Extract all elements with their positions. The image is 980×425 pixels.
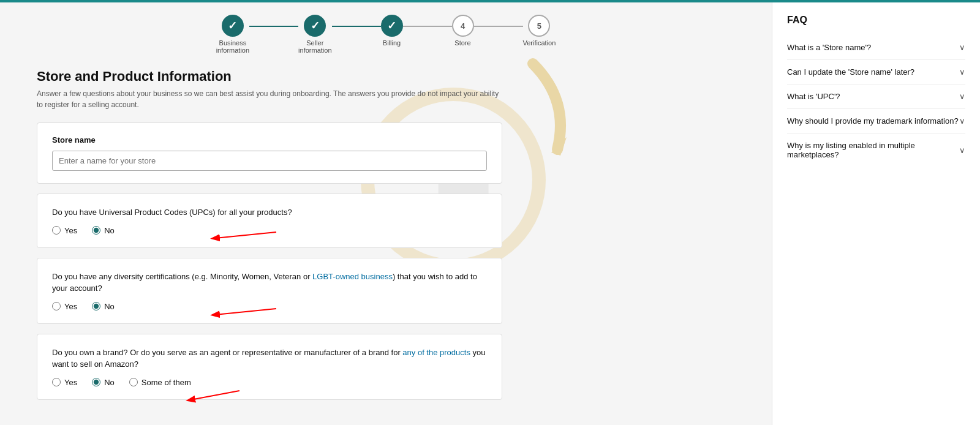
- radio-label-no-2: No: [104, 302, 115, 311]
- faq-item-0[interactable]: What is a 'Store name'? ∨: [787, 36, 965, 60]
- step-circle-1: ✓: [222, 15, 244, 37]
- step-label-4: Store: [454, 39, 470, 47]
- radio-no-3[interactable]: No: [92, 378, 115, 387]
- radio-input-yes-3[interactable]: [52, 378, 61, 386]
- radio-input-yes-2[interactable]: [52, 302, 61, 310]
- radio-label-no-1: No: [104, 226, 115, 235]
- radio-group-3: Yes No Some of them: [52, 378, 487, 387]
- radio-label-some-3: Some of them: [141, 378, 191, 387]
- step-seller-information: ✓ Sellerinformation: [298, 15, 331, 54]
- radio-some-3[interactable]: Some of them: [129, 378, 191, 387]
- step-business-information: ✓ Businessinformation: [216, 15, 249, 54]
- faq-item-text-1: Can I update the 'Store name' later?: [787, 67, 914, 77]
- step-circle-4: 4: [452, 15, 474, 37]
- radio-no-2[interactable]: No: [92, 302, 115, 311]
- question-text-1: Do you have Universal Product Codes (UPC…: [52, 206, 487, 219]
- step-store: 4 Store: [452, 15, 474, 47]
- faq-sidebar: FAQ What is a 'Store name'? ∨ Can I upda…: [772, 2, 980, 425]
- faq-item-text-4: Why is my listing enabled in multiple ma…: [787, 141, 959, 159]
- faq-item-1[interactable]: Can I update the 'Store name' later? ∨: [787, 60, 965, 85]
- radio-yes-1[interactable]: Yes: [52, 226, 77, 235]
- radio-input-no-1[interactable]: [92, 226, 100, 235]
- question-block-2: Do you have any diversity certifications…: [37, 258, 502, 324]
- page-wrapper: ✓ Businessinformation ✓ Sellerinformatio…: [0, 2, 980, 425]
- check-icon-1: ✓: [228, 19, 237, 32]
- check-icon-2: ✓: [311, 19, 320, 32]
- faq-item-text-3: Why should I provide my trademark inform…: [787, 116, 959, 126]
- radio-input-yes-1[interactable]: [52, 226, 61, 235]
- step-circle-3: ✓: [381, 15, 403, 37]
- faq-item-text-0: What is a 'Store name'?: [787, 43, 871, 52]
- radio-group-2: Yes No: [52, 302, 487, 311]
- radio-label-yes-2: Yes: [64, 302, 77, 311]
- step-label-5: Verification: [523, 39, 556, 47]
- chevron-down-icon-1: ∨: [959, 67, 965, 77]
- radio-input-no-3[interactable]: [92, 378, 100, 386]
- store-name-label: Store name: [52, 135, 487, 145]
- chevron-down-icon-4: ∨: [959, 146, 965, 155]
- chevron-down-icon-3: ∨: [959, 116, 965, 126]
- step-circle-2: ✓: [304, 15, 326, 37]
- radio-group-1: Yes No: [52, 226, 487, 235]
- radio-yes-3[interactable]: Yes: [52, 378, 77, 387]
- radio-no-1[interactable]: No: [92, 226, 115, 235]
- chevron-down-icon-0: ∨: [959, 43, 965, 52]
- check-icon-3: ✓: [387, 19, 396, 32]
- step-verification: 5 Verification: [523, 15, 556, 47]
- step-number-4: 4: [461, 21, 465, 31]
- connector-3: [403, 26, 452, 27]
- faq-item-2[interactable]: What is 'UPC'? ∨: [787, 85, 965, 109]
- chevron-down-icon-2: ∨: [959, 92, 965, 101]
- svg-line-8: [190, 391, 239, 400]
- step-billing: ✓ Billing: [381, 15, 403, 47]
- page-subtitle: Answer a few questions about your busine…: [37, 88, 502, 110]
- question-block-3: Do you own a brand? Or do you serve as a…: [37, 334, 502, 400]
- radio-label-yes-1: Yes: [64, 226, 77, 235]
- store-name-card: Store name: [37, 122, 502, 184]
- radio-input-some-3[interactable]: [129, 378, 138, 386]
- connector-2: [332, 26, 381, 27]
- form-container: Store and Product Information Answer a f…: [37, 69, 735, 410]
- arrow-annotation-3: [184, 385, 246, 409]
- radio-input-no-2[interactable]: [92, 302, 100, 310]
- step-label-3: Billing: [383, 39, 401, 47]
- faq-item-4[interactable]: Why is my listing enabled in multiple ma…: [787, 134, 965, 167]
- step-number-5: 5: [537, 21, 541, 31]
- connector-1: [249, 26, 298, 27]
- stepper: ✓ Businessinformation ✓ Sellerinformatio…: [37, 15, 735, 54]
- step-label-2: Sellerinformation: [298, 39, 331, 54]
- radio-label-no-3: No: [104, 378, 115, 387]
- question-text-2: Do you have any diversity certifications…: [52, 271, 487, 295]
- store-name-input[interactable]: [52, 151, 487, 171]
- question-block-1: Do you have Universal Product Codes (UPC…: [37, 194, 502, 248]
- main-content: ✓ Businessinformation ✓ Sellerinformatio…: [0, 2, 772, 425]
- question-text-3: Do you own a brand? Or do you serve as a…: [52, 347, 487, 370]
- faq-title: FAQ: [787, 15, 965, 26]
- faq-item-3[interactable]: Why should I provide my trademark inform…: [787, 109, 965, 134]
- page-title: Store and Product Information: [37, 69, 735, 85]
- step-circle-5: 5: [528, 15, 550, 37]
- faq-item-text-2: What is 'UPC'?: [787, 92, 840, 101]
- radio-label-yes-3: Yes: [64, 378, 77, 387]
- step-label-1: Businessinformation: [216, 39, 249, 54]
- radio-yes-2[interactable]: Yes: [52, 302, 77, 311]
- connector-4: [474, 26, 523, 27]
